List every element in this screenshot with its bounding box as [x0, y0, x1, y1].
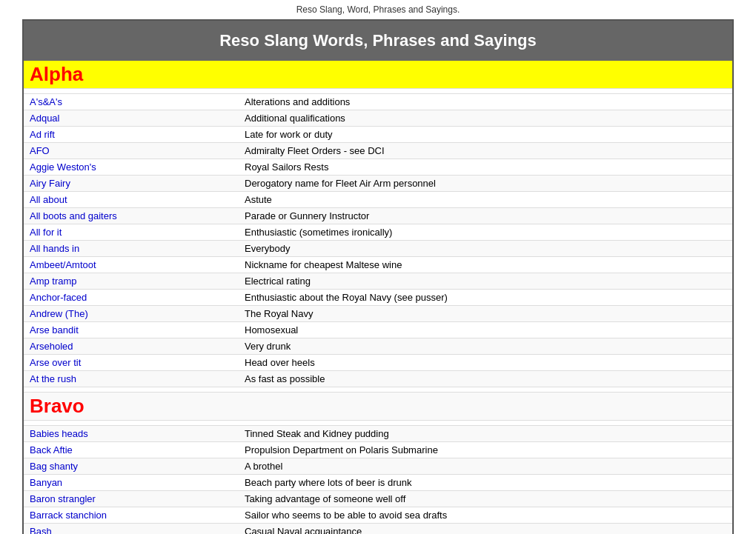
table-row: Arse bandit Homosexual: [24, 322, 732, 338]
definition: Parade or Gunnery Instructor: [239, 208, 732, 224]
definition: Head over heels: [239, 355, 732, 371]
term: Adqual: [24, 110, 239, 127]
definition: The Royal Navy: [239, 306, 732, 322]
spacer: [24, 387, 732, 393]
table-row: Airy Fairy Derogatory name for Fleet Air…: [24, 176, 732, 192]
table-row: All for it Enthusiastic (sometimes ironi…: [24, 224, 732, 241]
definition: Derogatory name for Fleet Air Arm person…: [239, 176, 732, 192]
table-row: Anchor-faced Enthusiastic about the Roya…: [24, 290, 732, 306]
table-row: Amp tramp Electrical rating: [24, 273, 732, 290]
definition: Nickname for cheapest Maltese wine: [239, 257, 732, 273]
table-row: Baron strangler Taking advantage of some…: [24, 491, 732, 507]
definition: Enthusiastic about the Royal Navy (see p…: [239, 290, 732, 306]
page-browser-title: Reso Slang, Word, Phrases and Sayings.: [0, 0, 756, 19]
definition: Late for work or duty: [239, 127, 732, 143]
definition: Very drunk: [239, 338, 732, 355]
table-row: Back Aftie Propulsion Department on Pola…: [24, 442, 732, 458]
term: Babies heads: [24, 426, 239, 442]
term: Baron strangler: [24, 491, 239, 507]
term: Ambeet/Amtoot: [24, 257, 239, 273]
table-row: Ambeet/Amtoot Nickname for cheapest Malt…: [24, 257, 732, 273]
main-container: Reso Slang Words, Phrases and Sayings Al…: [22, 19, 734, 534]
definition: Alterations and additions: [239, 94, 732, 110]
table-row: Bash Casual Naval acquaintance: [24, 524, 732, 535]
definition: Tinned Steak and Kidney pudding: [239, 426, 732, 442]
table-row: At the rush As fast as possible: [24, 371, 732, 387]
definition: Everybody: [239, 241, 732, 257]
term: Banyan: [24, 475, 239, 491]
term: Aggie Weston's: [24, 159, 239, 176]
section-header-bravo: Bravo: [24, 393, 732, 421]
term: All about: [24, 192, 239, 208]
table-row: Adqual Additional qualifications: [24, 110, 732, 127]
definition: Propulsion Department on Polaris Submari…: [239, 442, 732, 458]
table-row: Bag shanty A brothel: [24, 458, 732, 475]
term: Back Aftie: [24, 442, 239, 458]
term: All boots and gaiters: [24, 208, 239, 224]
definition: Enthusiastic (sometimes ironically): [239, 224, 732, 241]
term: Ad rift: [24, 127, 239, 143]
definition: Homosexual: [239, 322, 732, 338]
definition: Astute: [239, 192, 732, 208]
term: At the rush: [24, 371, 239, 387]
term: Airy Fairy: [24, 176, 239, 192]
definition: Beach party where lots of beer is drunk: [239, 475, 732, 491]
section-header-alpha: Alpha: [24, 61, 732, 89]
definition: Electrical rating: [239, 273, 732, 290]
definition: Royal Sailors Rests: [239, 159, 732, 176]
main-table: Alpha A's&A's Alterations and additions …: [24, 61, 732, 534]
spacer: [24, 421, 732, 426]
term: Arse over tit: [24, 355, 239, 371]
table-row: Aggie Weston's Royal Sailors Rests: [24, 159, 732, 176]
table-row: Andrew (The) The Royal Navy: [24, 306, 732, 322]
browser-title-bar: Reso Slang, Word, Phrases and Sayings.: [0, 0, 756, 19]
table-row: All boots and gaiters Parade or Gunnery …: [24, 208, 732, 224]
table-row: Banyan Beach party where lots of beer is…: [24, 475, 732, 491]
definition: Sailor who seems to be able to avoid sea…: [239, 507, 732, 524]
definition: Casual Naval acquaintance: [239, 524, 732, 535]
table-row: Ad rift Late for work or duty: [24, 127, 732, 143]
table-row: AFO Admiralty Fleet Orders - see DCI: [24, 143, 732, 159]
table-row: All about Astute: [24, 192, 732, 208]
definition: As fast as possible: [239, 371, 732, 387]
term: Bash: [24, 524, 239, 535]
term: Arseholed: [24, 338, 239, 355]
definition: A brothel: [239, 458, 732, 475]
term: Anchor-faced: [24, 290, 239, 306]
term: AFO: [24, 143, 239, 159]
main-header: Reso Slang Words, Phrases and Sayings: [24, 21, 732, 61]
term: Amp tramp: [24, 273, 239, 290]
definition: Taking advantage of someone well off: [239, 491, 732, 507]
term: Barrack stanchion: [24, 507, 239, 524]
term: Andrew (The): [24, 306, 239, 322]
section-label-bravo: Bravo: [24, 393, 239, 421]
table-row: Arse over tit Head over heels: [24, 355, 732, 371]
term: A's&A's: [24, 94, 239, 110]
term: All for it: [24, 224, 239, 241]
definition: Admiralty Fleet Orders - see DCI: [239, 143, 732, 159]
section-label-alpha: Alpha: [24, 61, 239, 89]
definition: Additional qualifications: [239, 110, 732, 127]
table-row: A's&A's Alterations and additions: [24, 94, 732, 110]
spacer: [24, 89, 732, 94]
term: All hands in: [24, 241, 239, 257]
table-row: Arseholed Very drunk: [24, 338, 732, 355]
table-row: Babies heads Tinned Steak and Kidney pud…: [24, 426, 732, 442]
term: Arse bandit: [24, 322, 239, 338]
table-row: Barrack stanchion Sailor who seems to be…: [24, 507, 732, 524]
table-row: All hands in Everybody: [24, 241, 732, 257]
term: Bag shanty: [24, 458, 239, 475]
